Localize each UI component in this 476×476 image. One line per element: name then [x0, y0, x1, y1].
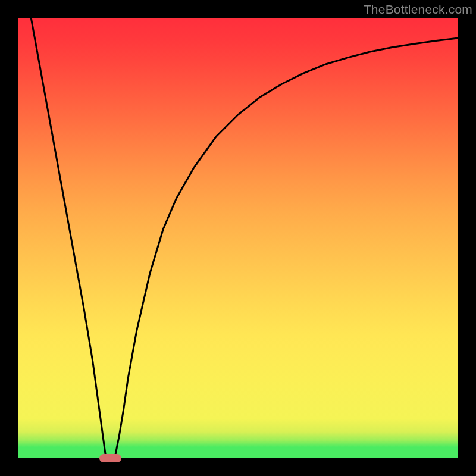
plot-area — [18, 18, 458, 458]
bottleneck-curve — [31, 18, 458, 458]
chart-frame: TheBottleneck.com — [0, 0, 476, 476]
curve-svg — [18, 18, 458, 458]
watermark-text: TheBottleneck.com — [364, 2, 472, 17]
minimum-marker — [99, 454, 121, 462]
